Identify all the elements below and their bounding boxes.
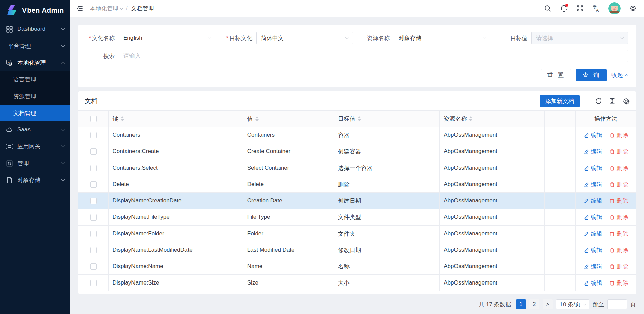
edit-link[interactable]: 编辑 [584,230,602,238]
table-row[interactable]: DisplayName:CreationDate Creation Date 创… [78,193,636,209]
cell-target: 文件夹 [334,226,439,242]
row-checkbox[interactable] [90,165,97,171]
sort-icon[interactable] [255,116,259,121]
target-value-select[interactable]: 请选择 [531,32,628,44]
table-row[interactable]: DisplayName:Name Name 名称 AbpOssManagemen… [78,258,636,275]
row-height-icon[interactable] [608,97,616,105]
chevron-down-icon [61,26,65,30]
trash-icon [609,132,615,138]
user-avatar[interactable] [608,2,621,14]
next-page-button[interactable]: > [543,299,553,309]
row-checkbox[interactable] [90,181,97,188]
resource-name-select[interactable]: 对象存储 [394,32,490,44]
sidebar-item-gateway[interactable]: 应用网关 [0,138,70,155]
reset-button[interactable]: 重 置 [541,69,572,81]
delete-link[interactable]: 删除 [609,181,628,188]
table-row[interactable]: DisplayName:Folder Folder 文件夹 AbpOssMana… [78,226,636,242]
cell-target: 删除 [334,176,439,193]
action-divider [606,280,606,286]
row-checkbox[interactable] [90,132,97,138]
table-header-row: 键 值 目标值 资源名称 [78,111,636,127]
search-icon[interactable] [544,5,551,12]
table-row[interactable]: Containers:Create Create Container 创建容器 … [78,143,636,160]
sidebar-item-object-storage[interactable]: 对象存储 [0,172,70,188]
edit-link[interactable]: 编辑 [584,279,602,287]
sort-icon[interactable] [121,116,124,121]
delete-link[interactable]: 删除 [609,230,628,238]
column-settings-gear-icon[interactable] [622,97,630,105]
app-logo[interactable]: Vben Admin [0,0,70,21]
delete-link[interactable]: 删除 [609,197,628,205]
sort-icon[interactable] [469,116,472,121]
sort-icon[interactable] [358,116,361,121]
pencil-icon [584,182,589,187]
row-checkbox[interactable] [90,247,97,253]
delete-link[interactable]: 删除 [609,279,628,287]
table-row[interactable]: DisplayName:LastModifiedDate Last Modifi… [78,242,636,258]
sidebar-item-language-mgmt[interactable]: 语言管理 [0,71,70,88]
sidebar-item-platform[interactable]: 平台管理 [0,38,70,54]
table-row[interactable]: Containers:Select Select Container 选择一个容… [78,160,636,176]
row-checkbox[interactable] [90,280,97,286]
column-header-resource[interactable]: 资源名称 [440,111,545,127]
add-document-button[interactable]: 添加新文档 [540,95,580,107]
page-size-select[interactable]: 10 条/页 [556,299,589,309]
page-button-1[interactable]: 1 [516,299,526,309]
row-checkbox[interactable] [90,148,97,155]
row-checkbox[interactable] [90,214,97,221]
sidebar-item-resource-mgmt[interactable]: 资源管理 [0,88,70,105]
row-checkbox[interactable] [90,263,97,270]
edit-link[interactable]: 编辑 [584,246,602,254]
table-row[interactable]: Containers Containers 容器 AbpOssManagemen… [78,127,636,143]
sidebar-item-document-mgmt[interactable]: 文档管理 [0,105,70,121]
delete-link[interactable]: 删除 [609,148,628,155]
delete-link[interactable]: 删除 [609,263,628,270]
cell-key: DisplayName:Folder [108,226,243,242]
cell-value: Create Container [243,143,334,160]
delete-link[interactable]: 删除 [609,246,628,254]
chevron-down-icon [583,303,586,305]
search-input[interactable] [119,50,628,62]
translate-icon[interactable]: 文 A [592,5,600,12]
page-button-2[interactable]: 2 [529,299,539,309]
edit-link[interactable]: 编辑 [584,197,602,205]
table-row[interactable]: Delete Delete 删除 AbpOssManagement 编辑 删除 [78,176,636,193]
table-row[interactable]: DisplayName:Size Size 大小 AbpOssManagemen… [78,275,636,291]
delete-link[interactable]: 删除 [609,164,628,172]
cell-key: DisplayName:Name [108,258,243,275]
notification-bell-icon[interactable] [560,5,568,12]
edit-link[interactable]: 编辑 [584,213,602,221]
column-header-value[interactable]: 值 [243,111,334,127]
column-header-target[interactable]: 目标值 [334,111,439,127]
row-checkbox[interactable] [90,231,97,237]
sidebar-item-label: 应用网关 [17,143,62,150]
page-size-value: 10 条/页 [560,301,581,308]
sidebar-item-localization[interactable]: A 本地化管理 [0,54,70,71]
delete-link[interactable]: 删除 [609,213,628,221]
sidebar-item-management[interactable]: 管理 [0,155,70,172]
select-all-checkbox[interactable] [90,116,97,122]
jump-page-input[interactable] [607,299,627,309]
collapse-filter-link[interactable]: 收起 [611,71,628,79]
refresh-icon[interactable] [595,97,602,105]
fullscreen-icon[interactable] [576,5,584,12]
edit-link[interactable]: 编辑 [584,131,602,139]
settings-gear-icon[interactable] [629,5,637,12]
sidebar-item-dashboard[interactable]: Dashboard [0,21,70,38]
edit-link[interactable]: 编辑 [584,181,602,188]
sidebar-item-label: 语言管理 [13,76,36,83]
chevron-down-icon [621,36,624,39]
breadcrumb-parent[interactable]: 本地化管理 [90,5,123,12]
culture-name-select[interactable]: English [119,32,215,44]
sidebar-item-saas[interactable]: Saas [0,121,70,138]
edit-link[interactable]: 编辑 [584,263,602,270]
target-culture-select[interactable]: 简体中文 [256,32,353,44]
sidebar-collapse-icon[interactable] [76,5,84,12]
query-button[interactable]: 查 询 [576,69,607,81]
row-checkbox[interactable] [90,198,97,204]
edit-link[interactable]: 编辑 [584,148,602,155]
column-header-key[interactable]: 键 [108,111,243,127]
edit-link[interactable]: 编辑 [584,164,602,172]
table-row[interactable]: DisplayName:FileType File Type 文件类型 AbpO… [78,209,636,226]
delete-link[interactable]: 删除 [609,131,628,139]
